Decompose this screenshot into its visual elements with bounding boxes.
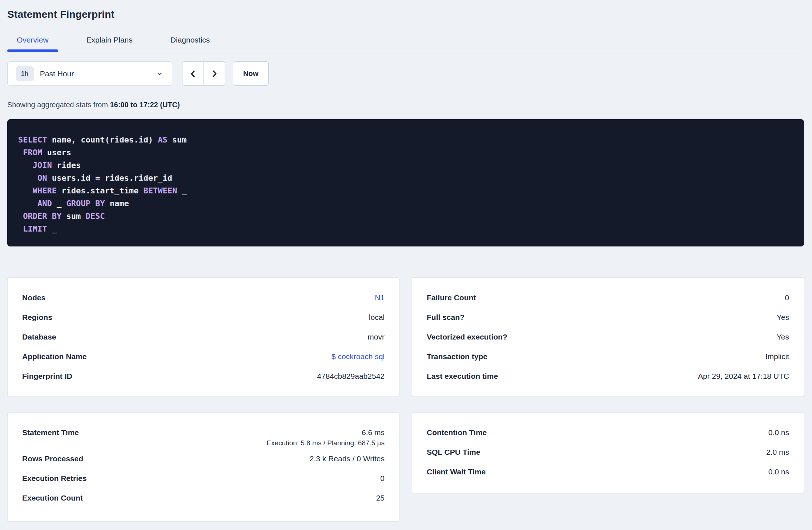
sql-keyword: WHERE xyxy=(33,186,57,195)
sql-text: _ xyxy=(47,224,57,233)
row-value: 0 xyxy=(785,293,789,302)
row-label: SQL CPU Time xyxy=(427,448,480,457)
sql-text: name xyxy=(105,199,129,208)
time-range-badge: 1h xyxy=(16,66,34,81)
sql-keyword: FROM xyxy=(23,148,42,157)
sql-line: LIMIT _ xyxy=(18,222,793,235)
tab-bar: OverviewExplain PlansDiagnostics xyxy=(7,33,804,51)
row-label: Transaction type xyxy=(427,352,487,361)
row-label: Fingerprint ID xyxy=(22,372,72,381)
aggregated-stats-range: 16:00 to 17:22 (UTC) xyxy=(110,101,180,109)
next-range-button[interactable] xyxy=(204,62,225,85)
sql-text: _ xyxy=(52,199,67,208)
aggregated-stats-caption: Showing aggregated stats from 16:00 to 1… xyxy=(7,101,804,109)
sql-keyword: DESC xyxy=(85,212,105,221)
sql-line: ORDER BY sum DESC xyxy=(18,210,793,222)
sql-keyword: BETWEEN xyxy=(143,186,177,195)
sql-text: rides.start_time xyxy=(57,186,143,195)
row-value: 2.0 ms xyxy=(766,448,789,457)
execution-attributes-panel: Failure Count0Full scan?YesVectorized ex… xyxy=(412,277,804,396)
summary-row: Databasemovr xyxy=(22,327,385,347)
sql-text xyxy=(18,224,23,233)
row-label: Contention Time xyxy=(427,428,487,437)
row-label: Regions xyxy=(22,313,52,322)
row-value: 4784cb829aab2542 xyxy=(317,372,385,381)
page-title: Statement Fingerprint xyxy=(7,9,804,20)
now-button[interactable]: Now xyxy=(233,61,269,86)
prev-range-button[interactable] xyxy=(182,62,204,85)
summary-row: Fingerprint ID4784cb829aab2542 xyxy=(22,366,385,386)
summary-panels: NodesN1RegionslocalDatabasemovrApplicati… xyxy=(7,277,804,522)
row-value: 0.0 ns xyxy=(768,428,789,437)
chevron-down-icon xyxy=(156,70,163,77)
wait-times-panel: Contention Time0.0 nsSQL CPU Time2.0 msC… xyxy=(412,412,804,493)
aggregated-stats-prefix: Showing aggregated stats from xyxy=(7,101,110,109)
row-value: 6.6 ms xyxy=(362,428,385,437)
row-label: Application Name xyxy=(22,352,87,361)
sql-line: FROM users xyxy=(18,146,793,159)
row-value: movr xyxy=(367,333,385,341)
row-value-link[interactable]: $ cockroach sql xyxy=(331,352,385,361)
row-value: 0 xyxy=(380,474,385,483)
sql-line: ON users.id = rides.rider_id xyxy=(18,172,793,184)
summary-row: Execution Retries0 xyxy=(22,469,385,488)
summary-row: Client Wait Time0.0 ns xyxy=(427,462,789,482)
row-label: Execution Count xyxy=(22,494,83,502)
sql-line: WHERE rides.start_time BETWEEN _ xyxy=(18,184,793,197)
sql-text: sum xyxy=(168,135,187,144)
summary-row: Statement Time6.6 msExecution: 5.8 ms / … xyxy=(22,423,385,449)
statement-details-panel: NodesN1RegionslocalDatabasemovrApplicati… xyxy=(7,277,399,396)
row-value: local xyxy=(369,313,385,322)
row-value: Implicit xyxy=(765,352,789,361)
row-value: 25 xyxy=(376,494,385,502)
time-nav-group xyxy=(182,61,225,86)
tab-diagnostics[interactable]: Diagnostics xyxy=(161,33,220,51)
row-value-link[interactable]: N1 xyxy=(375,293,385,302)
row-label: Statement Time xyxy=(22,428,79,437)
execution-stats-panel: Statement Time6.6 msExecution: 5.8 ms / … xyxy=(7,412,399,522)
sql-text xyxy=(18,161,33,170)
summary-row: Rows Processed2.3 k Reads / 0 Writes xyxy=(22,449,385,469)
row-label: Vectorized execution? xyxy=(427,333,507,341)
row-value: 2.3 k Reads / 0 Writes xyxy=(310,454,385,463)
tab-explain-plans[interactable]: Explain Plans xyxy=(77,33,142,51)
sql-keyword: GROUP BY xyxy=(66,199,105,208)
sql-text xyxy=(18,199,37,208)
sql-line: SELECT name, count(rides.id) AS sum xyxy=(18,133,793,146)
summary-row: Application Name$ cockroach sql xyxy=(22,347,385,366)
row-label: Failure Count xyxy=(427,293,476,302)
row-value: Apr 29, 2024 at 17:18 UTC xyxy=(698,372,789,381)
summary-row: SQL CPU Time2.0 ms xyxy=(427,442,789,462)
row-label: Execution Retries xyxy=(22,474,87,483)
sql-text: sum xyxy=(61,212,85,221)
row-value: 0.0 ns xyxy=(768,467,789,476)
tab-overview[interactable]: Overview xyxy=(7,33,58,51)
sql-statement-box: SELECT name, count(rides.id) AS sum FROM… xyxy=(7,119,804,246)
row-label: Client Wait Time xyxy=(427,467,486,476)
chevron-right-icon xyxy=(210,69,219,78)
row-value: Yes xyxy=(777,333,789,341)
sql-keyword: AND xyxy=(37,199,52,208)
time-toolbar: 1h Past Hour Now xyxy=(7,61,804,86)
sql-text: _ xyxy=(177,186,187,195)
summary-row: Contention Time0.0 ns xyxy=(427,423,789,442)
time-range-picker[interactable]: 1h Past Hour xyxy=(7,61,172,86)
row-label: Last execution time xyxy=(427,372,498,381)
row-label: Nodes xyxy=(22,293,45,302)
row-label: Rows Processed xyxy=(22,454,83,463)
chevron-left-icon xyxy=(189,69,197,78)
summary-row: NodesN1 xyxy=(22,288,385,308)
row-label: Database xyxy=(22,333,56,341)
sql-keyword: AS xyxy=(158,135,168,144)
row-value: Yes xyxy=(777,313,789,322)
row-label: Full scan? xyxy=(427,313,465,322)
summary-row: Transaction typeImplicit xyxy=(427,347,789,366)
sql-line: AND _ GROUP BY name xyxy=(18,197,793,210)
summary-row: Full scan?Yes xyxy=(427,308,789,327)
sql-keyword: ORDER BY xyxy=(23,212,61,221)
sql-text xyxy=(18,148,23,157)
sql-text xyxy=(18,173,37,182)
sql-text: users.id = rides.rider_id xyxy=(47,173,172,182)
sql-text: rides xyxy=(52,161,81,170)
summary-row: Execution Count25 xyxy=(22,488,385,508)
